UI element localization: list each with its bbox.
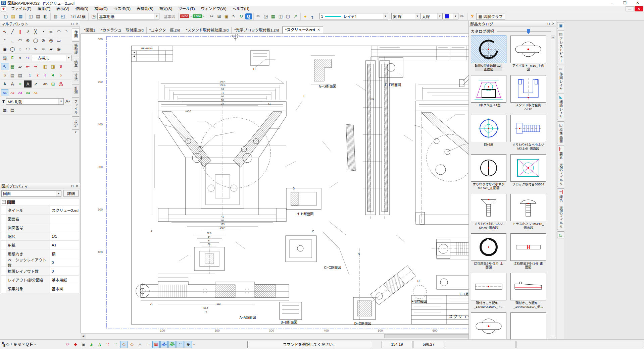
- linecolor-filter-tab[interactable]: ✏線色 選択フィルタ: [557, 188, 564, 230]
- catalog-item[interactable]: 頭付きこう配キー _14Ax9Ax160A_側...: [510, 273, 547, 312]
- edit-mode-icon[interactable]: AEDIT: [160, 341, 168, 348]
- tile-windows-icon[interactable]: ◫: [277, 13, 284, 20]
- spline-tool[interactable]: ∿: [32, 46, 39, 53]
- polyline-tool[interactable]: ∿: [1, 28, 8, 35]
- text-style-4[interactable]: A4: [24, 89, 32, 96]
- point-box-tool[interactable]: ▣: [1, 46, 8, 53]
- chevron-down-icon[interactable]: ▼: [56, 191, 61, 196]
- catalog-item[interactable]: 軸用C型止め輪 12_ 正面図: [470, 36, 507, 75]
- scale-20-10-tool[interactable]: 20↳10: [57, 80, 64, 88]
- chevron-down-icon[interactable]: ▾: [193, 343, 195, 346]
- arc-start-tool[interactable]: ◜: [1, 37, 8, 44]
- sheet-list-icon[interactable]: ▤: [35, 13, 42, 20]
- print-icon[interactable]: ▥: [52, 13, 59, 20]
- rotate-mode-icon[interactable]: ↺: [64, 341, 71, 348]
- chevron-down-icon[interactable]: ▼: [154, 13, 159, 19]
- menu-item-7[interactable]: 表機能(B): [134, 7, 156, 11]
- font-combo[interactable]: MS 明朝▼: [6, 98, 64, 105]
- pointer-mode-combo[interactable]: 一点指示▼: [32, 55, 71, 61]
- layer-copy-2-tool[interactable]: 2: [34, 72, 41, 79]
- ok-edit-icon[interactable]: OKEDIT: [168, 341, 176, 348]
- fit-view-icon[interactable]: ↗: [292, 13, 299, 20]
- text-tool[interactable]: A: [1, 80, 8, 88]
- chevron-down-icon[interactable]: ▼: [383, 13, 388, 19]
- layer-copy-5-tool[interactable]: 5: [57, 72, 64, 79]
- poly-edit-icon[interactable]: ◇: [120, 341, 128, 348]
- new-window-icon[interactable]: ◲: [262, 13, 269, 20]
- array-green-icon[interactable]: ∷: [112, 341, 119, 348]
- catalog-item[interactable]: 頭付きこう配キー _14Ax9Ax160A_上...: [470, 273, 507, 312]
- palette-tab-作図[interactable]: 作図: [72, 28, 79, 40]
- copy-forward-tool[interactable]: ⇥: [32, 63, 39, 70]
- chevron-down-icon[interactable]: ▼: [437, 13, 442, 19]
- catalog-item[interactable]: スタンド取付金具 AZ12: [510, 75, 547, 115]
- close-icon[interactable]: ✕: [76, 22, 79, 25]
- mirror-h-icon[interactable]: ◮: [96, 341, 103, 348]
- palette-tab-寸法[interactable]: 寸法: [72, 71, 79, 83]
- collapse-icon[interactable]: −: [2, 200, 6, 204]
- parallel-lines-tool[interactable]: ∥: [16, 28, 24, 35]
- vertex-edit-icon[interactable]: ◬: [136, 341, 144, 348]
- clamp-icon[interactable]: ┓: [309, 13, 316, 20]
- rect-tool[interactable]: ▭: [55, 37, 62, 44]
- snap-points-icon[interactable]: ∷: [177, 341, 184, 348]
- open-file-icon[interactable]: ▨: [10, 13, 17, 20]
- menu-item-4[interactable]: 作図(D): [72, 7, 91, 11]
- cut-icon[interactable]: ✂: [208, 13, 215, 20]
- menu-item-10[interactable]: ウィンドウ(W): [198, 7, 230, 11]
- close-icon[interactable]: ✕: [317, 27, 320, 33]
- clamp-b-tool[interactable]: ◨: [49, 63, 57, 70]
- chevron-down-icon[interactable]: ▼: [415, 13, 420, 19]
- catalog-item[interactable]: コネクタ座 A1型: [470, 75, 507, 115]
- palette-tab-補助線[interactable]: 補助線: [72, 41, 79, 57]
- assist-view-tab[interactable]: ▤アシストビュー: [557, 31, 564, 64]
- new-file-icon[interactable]: ▢: [2, 13, 9, 20]
- drawing-tab-4[interactable]: *スタンド取付補助座.zrd: [183, 27, 232, 34]
- drawing-tab-2[interactable]: *カメラシュー取付座.zrd: [98, 27, 147, 34]
- refresh-icon[interactable]: ↻: [238, 13, 245, 20]
- close-icon[interactable]: ✕: [631, 0, 644, 6]
- layout-icon[interactable]: ◧: [42, 13, 49, 20]
- select-icon[interactable]: ↖: [231, 13, 238, 20]
- layer-copy-4-tool[interactable]: 4: [49, 72, 57, 79]
- catalog-item[interactable]: [510, 312, 547, 339]
- snap-center-icon[interactable]: ⊕: [13, 342, 17, 347]
- menu-item-5[interactable]: 補助(G): [91, 7, 111, 11]
- text-style-2[interactable]: A2: [9, 89, 16, 96]
- catalog-item[interactable]: 取付座: [470, 115, 507, 154]
- box-mode-icon[interactable]: ▣: [80, 341, 87, 348]
- stamp-s-tool[interactable]: S: [57, 63, 64, 70]
- detail-button[interactable]: 詳細: [63, 190, 79, 197]
- catalog-item[interactable]: すりわり付なべ小ネジ M3.5x5_側面図: [510, 115, 547, 154]
- copy-icon[interactable]: ⊞: [216, 13, 223, 20]
- arc-point-tool[interactable]: ◝: [63, 28, 70, 35]
- snap-cross-icon[interactable]: +: [10, 342, 12, 347]
- text-inverse-tool[interactable]: A: [24, 80, 32, 88]
- save-file-icon[interactable]: ▦: [17, 13, 24, 20]
- file-settings-icon[interactable]: ◫: [27, 13, 34, 20]
- node-add-icon[interactable]: +: [144, 341, 152, 348]
- snap-intersect-icon[interactable]: ×: [22, 342, 25, 347]
- paper-combo[interactable]: 基本用紙▼: [97, 13, 159, 19]
- slider-thumb[interactable]: [527, 29, 530, 34]
- palette-tab-scroll-icon[interactable]: ▼: [72, 131, 79, 134]
- snap-circle-icon[interactable]: ⊙: [18, 342, 21, 347]
- snap-vertex-icon[interactable]: ◇: [6, 342, 9, 347]
- paste-icon[interactable]: ▣: [223, 13, 230, 20]
- minimize-icon[interactable]: –: [606, 0, 618, 6]
- snap-grid-icon[interactable]: ▚: [2, 342, 5, 347]
- linetype-combo[interactable]: 実 線▼: [391, 13, 420, 19]
- mdi-minimize-icon[interactable]: —: [626, 6, 634, 11]
- tangent-circle-tool[interactable]: ◔: [40, 28, 47, 35]
- catalog-item[interactable]: すりわり付なべ小ネジ M3.5x5_正面図: [470, 154, 507, 194]
- drawing-tab-3[interactable]: *コネクター座.zrd: [147, 27, 183, 34]
- curve-tool[interactable]: ◠: [24, 46, 32, 53]
- text-box-tool[interactable]: A: [9, 80, 16, 88]
- help-icon[interactable]: ?: [469, 13, 476, 20]
- paragraph-tool[interactable]: ≡: [16, 80, 24, 88]
- jump-tool[interactable]: ↪: [24, 54, 32, 61]
- property-target-combo[interactable]: 図面▼: [1, 190, 61, 197]
- chevron-down-icon[interactable]: ▼: [66, 55, 71, 61]
- scroll-left-icon[interactable]: ◀: [81, 334, 86, 339]
- menu-item-9[interactable]: ツール(T): [175, 7, 198, 11]
